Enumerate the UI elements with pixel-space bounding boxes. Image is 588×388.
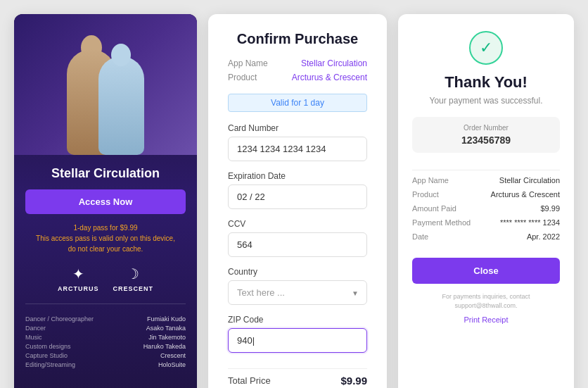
app-promo-panel: Stellar Circulation Access Now 1-day pas…: [14, 14, 197, 388]
access-button[interactable]: Access Now: [25, 189, 186, 214]
print-receipt-link[interactable]: Print Receipt: [464, 315, 509, 324]
access-note: 1-day pass for $9.99 This access pass is…: [25, 223, 186, 254]
expiration-input[interactable]: [228, 184, 367, 209]
credit-row-1: Dancer Asako Tanaka: [25, 325, 186, 332]
figure-right-body: [98, 56, 144, 155]
divider: [228, 368, 367, 369]
order-label: Order Number: [426, 124, 546, 132]
promo-content: Stellar Circulation Access Now 1-day pas…: [14, 155, 197, 388]
card-number-input[interactable]: [228, 137, 367, 161]
country-select-wrapper: Text here ...: [228, 280, 367, 305]
credit-row-5: Editing/Streaming HoloSuite: [25, 361, 186, 368]
thank-you-title: Thank You!: [445, 73, 528, 92]
zip-label: ZIP Code: [228, 315, 367, 325]
brand-crescent: ☽ CRESCENT: [113, 265, 153, 292]
zip-group: ZIP Code: [228, 315, 367, 353]
arcturus-icon: ✦: [72, 265, 84, 282]
hero-background: [14, 14, 197, 155]
product-value: Arcturus & Crescent: [292, 73, 367, 82]
brand-arcturus: ✦ ARCTURUS: [58, 265, 99, 292]
brand-logos: ✦ ARCTURUS ☽ CRESCENT: [25, 265, 186, 304]
app-name-label: App Name: [228, 58, 268, 68]
receipt-app-name-row: App Name Stellar Circulation: [412, 176, 560, 184]
thank-you-panel: ✓ Thank You! Your payment was successful…: [398, 14, 574, 388]
receipt-details: App Name Stellar Circulation Product Arc…: [412, 176, 560, 246]
hero-figures: [14, 28, 197, 155]
credits-list: Dancer / Choreographer Fumiaki Kudo Danc…: [25, 315, 186, 368]
support-text: For payments inquiries, contact support@…: [412, 292, 560, 310]
receipt-amount-row: Amount Paid $9.99: [412, 204, 560, 213]
country-group: Country Text here ...: [228, 267, 367, 305]
success-subtitle: Your payment was successful.: [430, 96, 543, 106]
country-select[interactable]: Text here ...: [228, 280, 367, 305]
figure-right-head: [111, 44, 131, 66]
close-button[interactable]: Close: [412, 258, 560, 284]
confirm-purchase-panel: Confirm Purchase App Name Stellar Circul…: [208, 14, 387, 388]
product-row: Product Arcturus & Crescent: [228, 73, 367, 82]
expiration-label: Expiration Date: [228, 171, 367, 181]
credit-row-0: Dancer / Choreographer Fumiaki Kudo: [25, 315, 186, 323]
confirm-title: Confirm Purchase: [228, 31, 367, 47]
validity-badge: Valid for 1 day: [228, 94, 367, 112]
ccv-input[interactable]: [228, 232, 367, 257]
product-label: Product: [228, 73, 257, 82]
app-promo-title: Stellar Circulation: [25, 166, 186, 181]
order-number: 123456789: [426, 134, 546, 146]
card-number-label: Card Number: [228, 123, 367, 133]
total-amount: $9.99: [340, 375, 367, 387]
app-name-row: App Name Stellar Circulation: [228, 58, 367, 68]
receipt-divider: [412, 170, 560, 170]
total-label: Total Price: [228, 375, 271, 386]
order-box: Order Number 123456789: [412, 117, 560, 153]
hero-section: [14, 14, 197, 155]
zip-input[interactable]: [228, 328, 367, 353]
credit-row-4: Capture Studio Crescent: [25, 352, 186, 359]
success-icon: ✓: [469, 31, 503, 65]
country-label: Country: [228, 267, 367, 277]
credit-row-2: Music Jin Takemoto: [25, 334, 186, 341]
ccv-group: CCV: [228, 219, 367, 257]
main-container: Stellar Circulation Access Now 1-day pas…: [14, 14, 574, 388]
receipt-product-row: Product Arcturus & Crescent: [412, 190, 560, 199]
app-name-value: Stellar Circulation: [301, 58, 367, 68]
total-row: Total Price $9.99: [228, 375, 367, 387]
card-number-group: Card Number: [228, 123, 367, 161]
crescent-icon: ☽: [127, 265, 139, 282]
receipt-date-row: Date Apr. 2022: [412, 232, 560, 241]
credit-row-3: Custom designs Haruko Takeda: [25, 343, 186, 350]
ccv-label: CCV: [228, 219, 367, 229]
receipt-method-row: Payment Method **** **** **** 1234: [412, 218, 560, 227]
expiration-group: Expiration Date: [228, 171, 367, 209]
